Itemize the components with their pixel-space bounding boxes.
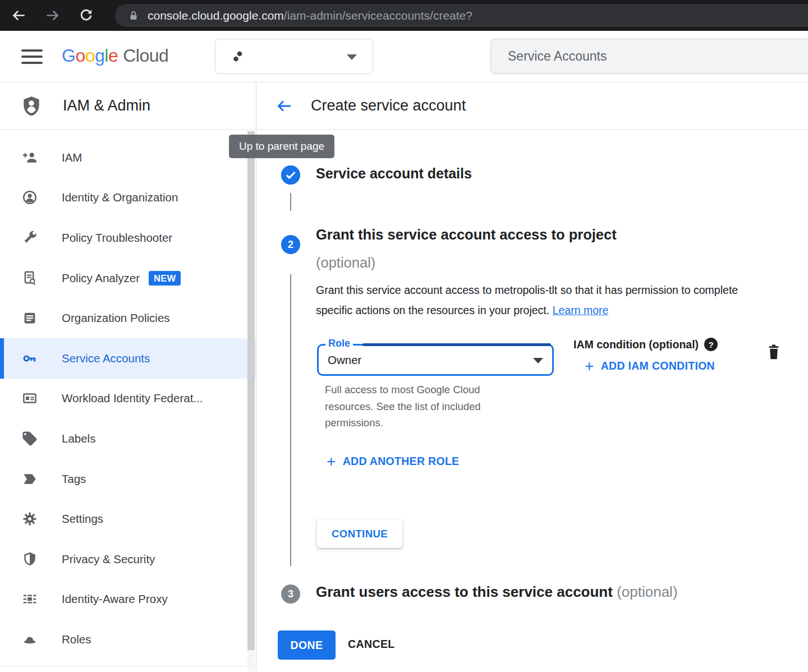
step3-number-circle: 3	[281, 584, 300, 604]
sidebar-item-label: Labels	[62, 432, 95, 445]
hat-icon	[21, 632, 39, 647]
step2-number-circle: 2	[281, 235, 300, 254]
sidebar-nav: IAM Identity & Organization Policy Troub…	[0, 130, 256, 660]
sidebar-item-label: Tags	[62, 472, 86, 486]
tag-icon	[21, 471, 39, 487]
delete-role-icon[interactable]	[766, 343, 782, 361]
sidebar-item-tags[interactable]: Tags	[0, 459, 256, 499]
url-text: console.cloud.google.com/iam-admin/servi…	[148, 9, 472, 22]
new-badge: NEW	[149, 271, 181, 286]
shield-icon	[21, 551, 39, 567]
lock-icon	[127, 10, 140, 22]
policy-analyzer-icon	[21, 270, 39, 286]
project-hexagons-icon	[230, 49, 246, 65]
cancel-button[interactable]: CANCEL	[348, 638, 395, 651]
sidebar-item-label: Settings	[62, 512, 103, 526]
search-bar[interactable]	[490, 39, 808, 74]
role-field-label-line	[362, 343, 551, 346]
sidebar-item-label: Roles	[62, 633, 91, 646]
sidebar-item-organization-policies[interactable]: Organization Policies	[0, 298, 256, 338]
sidebar: IAM & Admin IAM Identity & Organization …	[0, 82, 256, 671]
add-another-role-button[interactable]: +ADD ANOTHER ROLE	[327, 455, 459, 468]
iam-condition-label: IAM condition (optional)?	[573, 338, 718, 351]
dropdown-caret-icon	[533, 358, 543, 363]
sidebar-item-iam[interactable]: IAM	[0, 137, 256, 178]
url-path: /iam-admin/serviceaccounts/create?	[284, 9, 472, 22]
wrench-icon	[21, 230, 39, 246]
service-account-key-icon	[21, 351, 39, 366]
sidebar-item-policy-analyzer[interactable]: Policy Analyzer NEW	[0, 258, 256, 298]
document-icon	[21, 310, 39, 326]
step2-description: Grant this service account access to met…	[316, 280, 776, 320]
sidebar-item-roles[interactable]: Roles	[0, 619, 256, 660]
step2-title: Grant this service account access to pro…	[316, 220, 734, 277]
app-header: GoogleCloud	[0, 31, 808, 82]
back-arrow-icon[interactable]	[275, 97, 293, 115]
id-card-icon	[21, 390, 39, 406]
step1-check-circle	[281, 165, 300, 185]
add-iam-condition-button[interactable]: +ADD IAM CONDITION	[585, 360, 715, 372]
sidebar-item-policy-troubleshooter[interactable]: Policy Troubleshooter	[0, 218, 256, 258]
sidebar-item-privacy-security[interactable]: Privacy & Security	[0, 539, 256, 579]
iam-condition-text: IAM condition (optional)	[573, 338, 699, 351]
step2-optional-label: (optional)	[316, 248, 734, 277]
step3-title: Grant users access to this service accou…	[316, 583, 678, 601]
sidebar-title: IAM & Admin	[63, 97, 150, 114]
logo-letter: o	[75, 45, 85, 66]
browser-toolbar: console.cloud.google.com/iam-admin/servi…	[0, 0, 808, 31]
label-icon	[21, 431, 39, 447]
sidebar-item-label: Policy Troubleshooter	[62, 231, 172, 245]
sidebar-item-settings[interactable]: Settings	[0, 499, 256, 539]
account-circle-icon	[21, 190, 39, 205]
browser-forward-icon[interactable]	[45, 8, 60, 23]
continue-button[interactable]: CONTINUE	[317, 519, 402, 548]
learn-more-link[interactable]: Learn more	[553, 304, 609, 316]
step-connector	[290, 193, 291, 211]
sidebar-item-label: Policy Analyzer	[62, 271, 140, 285]
role-selected-value: Owner	[328, 346, 361, 374]
sidebar-item-label: Privacy & Security	[62, 553, 155, 566]
sidebar-item-labels[interactable]: Labels	[0, 418, 256, 459]
menu-icon[interactable]	[21, 49, 43, 65]
browser-reload-icon[interactable]	[79, 8, 94, 23]
plus-icon: +	[585, 361, 594, 372]
sidebar-scrollbar-thumb[interactable]	[247, 131, 255, 650]
sidebar-item-service-accounts[interactable]: Service Accounts	[0, 338, 256, 379]
sidebar-header: IAM & Admin	[0, 82, 256, 130]
sidebar-item-label: Workload Identity Federat...	[62, 392, 203, 405]
sidebar-item-label: Organization Policies	[62, 311, 170, 325]
gear-icon	[21, 511, 39, 527]
browser-back-icon[interactable]	[11, 8, 26, 23]
done-button[interactable]: DONE	[278, 630, 336, 660]
sidebar-divider	[0, 666, 256, 666]
step-connector	[290, 274, 291, 566]
google-cloud-logo[interactable]: GoogleCloud	[62, 45, 168, 66]
logo-letter: G	[62, 45, 75, 66]
step3-title-text: Grant users access to this service accou…	[316, 583, 613, 600]
sidebar-item-identity-organization[interactable]: Identity & Organization	[0, 178, 256, 218]
step1-title: Service account details	[316, 165, 472, 182]
sidebar-scrollbar[interactable]	[247, 130, 255, 671]
logo-letter: o	[85, 45, 95, 66]
role-helper-text: Full access to most Google Cloud resourc…	[325, 381, 513, 431]
step2-title-text: Grant this service account access to pro…	[316, 227, 617, 242]
project-selector[interactable]	[215, 39, 373, 74]
plus-icon: +	[327, 456, 336, 467]
proxy-icon	[21, 591, 39, 607]
search-input[interactable]	[491, 49, 783, 64]
description-text: Grant this service account access to met…	[316, 284, 738, 316]
sidebar-item-label: IAM	[62, 151, 82, 164]
address-bar[interactable]: console.cloud.google.com/iam-admin/servi…	[115, 4, 808, 27]
sidebar-item-label: Service Accounts	[62, 352, 150, 365]
sidebar-item-identity-aware-proxy[interactable]: Identity-Aware Proxy	[0, 579, 256, 620]
add-another-role-label: ADD ANOTHER ROLE	[343, 455, 460, 468]
add-iam-condition-label: ADD IAM CONDITION	[601, 360, 715, 372]
person-add-icon	[21, 150, 39, 165]
iam-admin-shield-icon	[20, 94, 43, 118]
sidebar-item-workload-identity-federation[interactable]: Workload Identity Federat...	[0, 379, 256, 419]
main-header: Create service account	[256, 82, 808, 130]
logo-cloud-text: Cloud	[123, 45, 168, 66]
chevron-down-icon	[347, 54, 357, 60]
help-icon[interactable]: ?	[704, 338, 718, 351]
role-select[interactable]: Role Owner	[317, 344, 554, 376]
